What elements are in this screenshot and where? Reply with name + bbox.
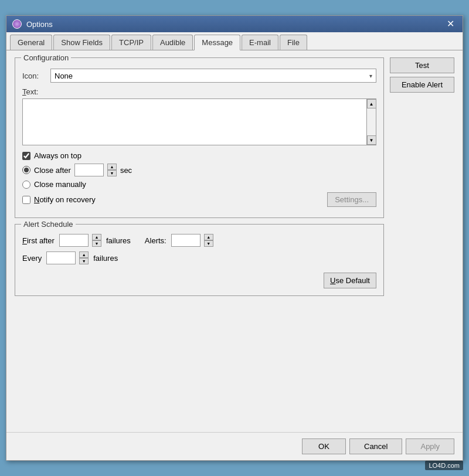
tab-email[interactable]: E-mail: [242, 35, 278, 50]
every-spinner: 3 ▲ ▼: [46, 251, 89, 264]
notify-rest: otify on recovery: [39, 195, 95, 204]
every-input[interactable]: 3: [46, 251, 76, 264]
notify-row: Notify on recovery Settings...: [22, 192, 376, 207]
notify-checkbox[interactable]: [22, 196, 30, 204]
close-after-spinner-btns: ▲ ▼: [107, 164, 117, 176]
tab-file[interactable]: File: [280, 35, 307, 50]
alerts-decrement[interactable]: ▼: [204, 240, 213, 247]
options-dialog: Options ✕ General Show Fields TCP/IP Aud…: [6, 15, 463, 461]
main-area: Configuration Icon: None ▾ Text:: [15, 57, 454, 425]
right-panel: Test Enable Alert: [390, 57, 454, 425]
tab-showfields[interactable]: Show Fields: [53, 35, 110, 50]
configuration-group: Configuration Icon: None ▾ Text:: [15, 57, 384, 218]
left-panel: Configuration Icon: None ▾ Text:: [15, 57, 384, 425]
first-after-underline: F: [22, 236, 27, 245]
test-button[interactable]: Test: [390, 57, 454, 73]
app-icon: [12, 19, 22, 29]
close-manually-radio[interactable]: [22, 181, 30, 189]
first-after-failures-label: failures: [106, 236, 131, 245]
scroll-down-button[interactable]: ▼: [367, 135, 376, 145]
every-spinner-btns: ▲ ▼: [79, 251, 89, 264]
chevron-down-icon: ▾: [369, 73, 372, 79]
close-after-decrement[interactable]: ▼: [107, 170, 117, 176]
always-on-top-checkbox[interactable]: [22, 152, 30, 160]
alert-schedule-label: Alert Schedule: [21, 220, 76, 229]
alerts-increment[interactable]: ▲: [204, 234, 213, 240]
tab-audible[interactable]: Audible: [152, 35, 193, 50]
dialog-title: Options: [26, 20, 53, 29]
icon-row: Icon: None ▾: [22, 69, 376, 83]
scrollbar: ▲ ▼: [366, 99, 376, 145]
icon-dropdown[interactable]: None ▾: [50, 69, 376, 83]
every-row: Every 3 ▲ ▼ failures: [22, 251, 376, 264]
close-after-spinner: 30 ▲ ▼: [74, 164, 117, 176]
title-bar: Options ✕: [6, 16, 463, 32]
tab-general[interactable]: General: [10, 35, 52, 50]
alerts-spinner-btns: ▲ ▼: [204, 234, 213, 247]
notify-underline: N: [34, 195, 39, 204]
first-after-spinner-btns: ▲ ▼: [92, 234, 101, 247]
use-default-wrapper: Use Default: [22, 269, 376, 288]
always-on-top-row: Always on top: [22, 151, 376, 160]
text-label: Text:: [22, 87, 46, 96]
alerts-spinner: 5 ▲ ▼: [171, 234, 213, 247]
settings-button[interactable]: Settings...: [327, 192, 376, 207]
notify-left: Notify on recovery: [22, 195, 96, 204]
tab-message[interactable]: Message: [194, 35, 240, 50]
use-default-button[interactable]: Use Default: [324, 273, 376, 288]
apply-button[interactable]: Apply: [406, 438, 454, 454]
main-content: Configuration Icon: None ▾ Text:: [6, 50, 463, 432]
icon-value: None: [55, 72, 73, 80]
text-area-wrapper: ▲ ▼: [22, 98, 376, 145]
close-button[interactable]: ✕: [444, 19, 457, 29]
first-after-decrement[interactable]: ▼: [92, 240, 101, 247]
alerts-input[interactable]: 5: [171, 234, 200, 247]
every-failures-label: failures: [93, 254, 118, 263]
first-after-rest: irst after: [27, 236, 55, 245]
enable-alert-button[interactable]: Enable Alert: [390, 77, 454, 93]
first-after-input[interactable]: 1: [59, 234, 89, 247]
use-default-rest: se Default: [335, 276, 370, 285]
alert-schedule-group: Alert Schedule First after 1 ▲ ▼ failure…: [15, 224, 384, 296]
always-on-top-label: Always on top: [34, 151, 81, 160]
close-after-input[interactable]: 30: [74, 164, 104, 176]
tab-tcpip[interactable]: TCP/IP: [111, 35, 151, 50]
bottom-bar: OK Cancel Apply: [6, 432, 463, 460]
close-after-unit: sec: [120, 166, 132, 175]
alerts-label: Alerts:: [145, 236, 166, 245]
ok-button[interactable]: OK: [302, 438, 346, 454]
close-manually-row: Close manually: [22, 180, 376, 189]
icon-label: Icon:: [22, 72, 46, 80]
first-after-increment[interactable]: ▲: [92, 234, 101, 240]
text-rest: ext:: [26, 87, 39, 96]
tabs-bar: General Show Fields TCP/IP Audible Messa…: [6, 32, 463, 50]
close-after-label: Close after: [34, 166, 71, 175]
first-after-label: First after: [22, 236, 55, 245]
first-after-spinner: 1 ▲ ▼: [59, 234, 101, 247]
cancel-button[interactable]: Cancel: [349, 438, 402, 454]
text-label-row: Text:: [22, 87, 376, 96]
text-input[interactable]: [23, 99, 366, 145]
every-decrement[interactable]: ▼: [79, 258, 89, 264]
close-after-row: Close after 30 ▲ ▼ sec: [22, 164, 376, 176]
close-after-radio[interactable]: [22, 166, 30, 174]
title-bar-left: Options: [12, 19, 53, 29]
scroll-up-button[interactable]: ▲: [367, 99, 376, 108]
close-after-increment[interactable]: ▲: [107, 164, 117, 170]
watermark: LO4D.com: [425, 461, 463, 470]
every-increment[interactable]: ▲: [79, 251, 89, 258]
notify-label: Notify on recovery: [34, 195, 96, 204]
every-label: Every: [22, 254, 42, 263]
first-after-row: First after 1 ▲ ▼ failures Alerts: 5: [22, 234, 376, 247]
close-manually-label: Close manually: [34, 180, 86, 189]
config-group-label: Configuration: [21, 53, 71, 62]
